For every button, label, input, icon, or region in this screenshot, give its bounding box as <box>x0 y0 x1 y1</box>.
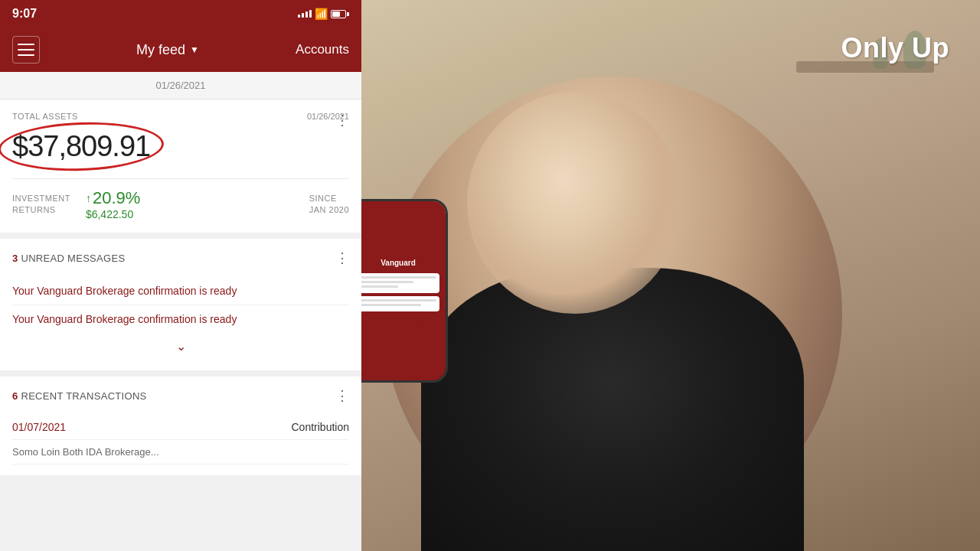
hamburger-menu-button[interactable] <box>12 36 40 64</box>
phone-screen: Vanguard <box>351 201 446 380</box>
messages-header: 3 UNREAD MESSAGES ⋮ <box>12 249 349 266</box>
messages-count: 3 UNREAD MESSAGES <box>12 253 125 264</box>
assets-date-row: TOTAL ASSETS 01/26/2021 <box>12 112 349 121</box>
phone-logo-text: Vanguard <box>381 259 416 267</box>
status-bar: 9:07 📶 <box>0 0 361 28</box>
transaction-type-1: Contribution <box>292 421 350 433</box>
signal-icon <box>298 10 312 18</box>
phone-mockup-container: Vanguard <box>348 199 456 398</box>
transaction-row-2[interactable]: Somo Loin Both IDA Brokerage... <box>12 440 349 465</box>
expand-messages-button[interactable]: ⌄ <box>12 333 349 360</box>
messages-card: 3 UNREAD MESSAGES ⋮ Your Vanguard Broker… <box>0 239 361 370</box>
phone-button <box>374 318 423 324</box>
assets-label: TOTAL ASSETS <box>12 112 78 121</box>
message-link-1[interactable]: Your Vanguard Brokerage confirmation is … <box>12 277 349 305</box>
returns-percent-value: 20.9% <box>93 188 140 208</box>
assets-more-button[interactable]: ⋮ <box>335 112 349 129</box>
only-up-label: Only Up <box>841 32 949 64</box>
returns-row: INVESTMENTRETURNS ↑ 20.9% $6,422.50 SINC… <box>12 188 349 220</box>
wifi-icon: 📶 <box>315 8 328 20</box>
returns-up-arrow: ↑ <box>86 192 91 204</box>
mobile-app: 9:07 📶 My feed ▼ <box>0 0 361 551</box>
nav-bar: My feed ▼ Accounts <box>0 28 361 72</box>
transactions-card: 6 RECENT TRANSACTIONS ⋮ 01/07/2021 Contr… <box>0 377 361 475</box>
date-header: 01/26/2021 <box>0 72 361 99</box>
investment-returns-label: INVESTMENTRETURNS <box>12 193 70 217</box>
status-time: 9:07 <box>12 7 37 21</box>
assets-amount: $37,809.91 <box>12 130 150 162</box>
nav-accounts-button[interactable]: Accounts <box>296 42 349 57</box>
transaction-date-1: 01/07/2021 <box>12 421 66 433</box>
phone-card-1 <box>357 273 439 293</box>
transaction-count-value: 6 <box>12 390 18 402</box>
unread-count: 3 <box>12 253 18 264</box>
nav-dropdown-icon: ▼ <box>190 44 199 55</box>
phone-mockup: Vanguard <box>348 199 448 383</box>
nav-center[interactable]: My feed ▼ <box>136 42 199 58</box>
transaction-desc-2: Somo Loin Both IDA Brokerage... <box>12 446 159 458</box>
status-icons: 📶 <box>298 8 349 20</box>
hamburger-line-2 <box>18 49 34 51</box>
returns-dollar-value: $6,422.50 <box>86 208 140 220</box>
card-divider <box>12 178 349 179</box>
transaction-row-1[interactable]: 01/07/2021 Contribution <box>12 415 349 440</box>
content-scroll[interactable]: 01/26/2021 TOTAL ASSETS 01/26/2021 ⋮ $37… <box>0 72 361 551</box>
transactions-more-button[interactable]: ⋮ <box>335 387 349 404</box>
assets-card: TOTAL ASSETS 01/26/2021 ⋮ $37,809.91 INV… <box>0 99 361 233</box>
nav-feed-label: My feed <box>136 42 185 58</box>
assets-amount-container: $37,809.91 <box>12 130 150 163</box>
returns-values: ↑ 20.9% $6,422.50 <box>86 188 140 220</box>
battery-icon <box>331 10 349 18</box>
since-label: SINCEJAN 2020 <box>309 193 349 217</box>
transactions-header: 6 RECENT TRANSACTIONS ⋮ <box>12 387 349 404</box>
messages-more-button[interactable]: ⋮ <box>335 249 349 266</box>
transactions-count: 6 RECENT TRANSACTIONS <box>12 390 147 402</box>
hamburger-line-3 <box>18 54 34 56</box>
message-link-2[interactable]: Your Vanguard Brokerage confirmation is … <box>12 305 349 333</box>
phone-card-2 <box>357 296 439 311</box>
hamburger-line-1 <box>18 44 34 45</box>
returns-percent: ↑ 20.9% <box>86 188 140 208</box>
